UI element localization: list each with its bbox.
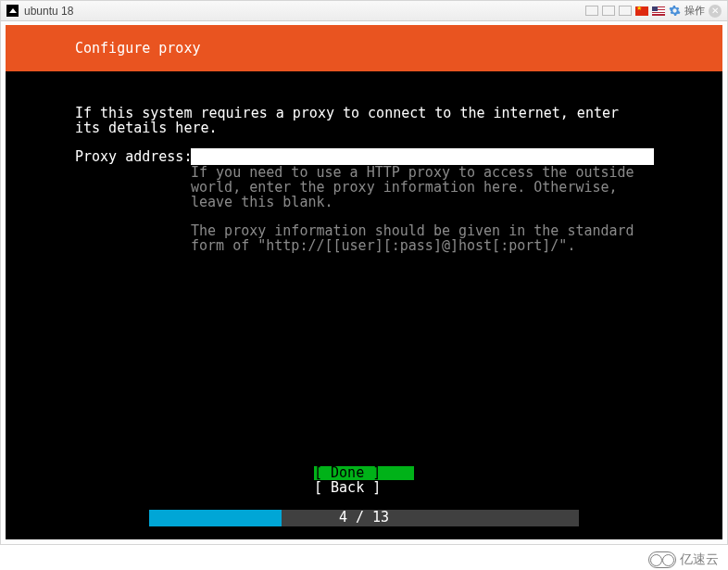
window-title: ubuntu 18 <box>24 5 73 18</box>
instruction-text: If this system requires a proxy to conne… <box>75 107 649 136</box>
progress-text: 4 / 13 <box>149 510 579 526</box>
flag-cn-icon[interactable] <box>635 6 648 16</box>
installer-header: Configure proxy <box>6 25 722 71</box>
app-icon <box>6 5 19 17</box>
watermark-text: 亿速云 <box>680 551 719 568</box>
back-button[interactable]: [ Back ] <box>314 481 414 496</box>
done-button-label: [ Done ] <box>314 464 381 481</box>
titlebar-controls: 操作 ✕ <box>585 4 722 18</box>
progress-bar: 4 / 13 <box>149 510 579 526</box>
page-title: Configure proxy <box>75 40 200 57</box>
button-area: [ Done ] [ Back ] <box>6 466 722 497</box>
control-pin-icon[interactable] <box>585 6 598 16</box>
installer-body: If this system requires a proxy to conne… <box>6 71 722 539</box>
proxy-address-label: Proxy address: <box>75 150 192 165</box>
proxy-help-text: If you need to use a HTTP proxy to acces… <box>191 166 654 254</box>
flag-us-icon[interactable] <box>652 6 665 16</box>
installer-viewport: Configure proxy If this system requires … <box>6 25 722 539</box>
close-icon[interactable]: ✕ <box>709 5 722 18</box>
action-label[interactable]: 操作 <box>684 4 705 18</box>
gear-icon[interactable] <box>669 5 681 17</box>
watermark: 亿速云 <box>648 551 719 568</box>
vm-window-frame: ubuntu 18 操作 ✕ Configure proxy If this s… <box>0 0 728 545</box>
done-button[interactable]: [ Done ] <box>314 466 414 481</box>
control-max-icon[interactable] <box>619 6 632 16</box>
titlebar: ubuntu 18 操作 ✕ <box>1 1 727 21</box>
control-min-icon[interactable] <box>602 6 615 16</box>
watermark-logo-icon <box>648 551 676 568</box>
back-button-label: [ Back ] <box>314 479 381 496</box>
proxy-address-input[interactable] <box>191 148 654 165</box>
